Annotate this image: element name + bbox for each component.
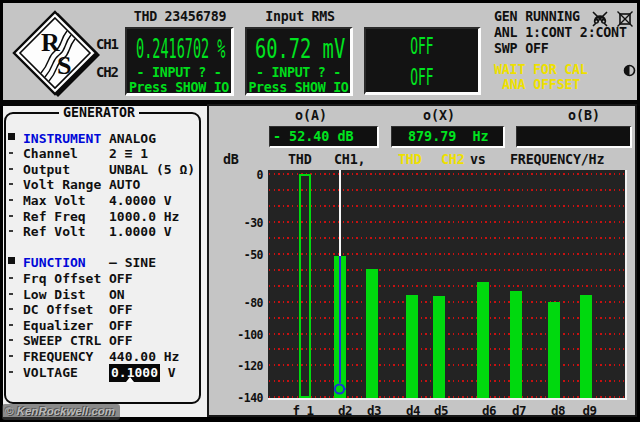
generator-row-ref-volt[interactable]: Ref Volt1.0000 V [0,224,200,240]
ana-offset-warning: ANA OFFSET [502,78,580,91]
bar-d8 [548,302,560,398]
x-tick-d3: d3 [358,403,390,418]
trace2-function-label: THD [398,152,422,167]
parameter-value: 4.0000 V [109,193,172,208]
item-bullet-icon [9,308,13,310]
parameter-value: OFF [109,318,132,333]
parameter-value: AUTO [109,177,140,192]
generator-row-equalizer[interactable]: EqualizerOFF [0,318,200,334]
gridline--120db [269,364,624,366]
parameter-label: INSTRUMENT [23,131,101,146]
gridline-0db [269,173,624,175]
generator-row-output[interactable]: OutputUNBAL (5 Ω) [0,162,200,178]
generator-row-frequency[interactable]: FREQUENCY440.00 Hz [0,349,200,365]
selected-value[interactable]: 0.1000 [109,364,160,382]
parameter-label: Frq Offset [23,271,101,286]
y-axis-unit-label: dB [223,152,239,167]
y-tick--100: -100 [229,328,263,342]
item-bullet-icon [9,371,13,373]
parameter-label: FREQUENCY [23,349,93,364]
instrument-screen: R S CH1 CH2 THD 23456789 0.2416702 % - I… [0,0,640,422]
bargraph-plot-area [268,170,627,400]
parameter-value: ANALOG [109,131,156,146]
gridline--70db [269,285,624,287]
item-bullet-icon [9,183,13,185]
parameter-label: Max Volt [23,193,86,208]
generator-row-dc-offset[interactable]: DC OffsetOFF [0,302,200,318]
wait-for-cal-warning: WAIT FOR CAL [494,63,588,76]
parameter-value: 1000.0 Hz [109,209,179,224]
readout-b-label: o(B) [556,108,612,123]
rms-input-hint: - INPUT ? - [247,65,350,80]
y-tick--120: -120 [229,359,263,373]
readout-x-label: o(X) [411,108,467,123]
generator-row-channel[interactable]: Channel2 ≡ 1 [0,146,200,162]
sweep-status: SWP OFF [494,42,549,55]
gridline--110db [269,348,624,350]
cursor-line-lower[interactable] [339,256,341,383]
generator-row-voltage[interactable]: VOLTAGE0.1000 V [0,365,200,381]
section-bullet-icon [8,257,15,264]
gridline--100db [269,333,624,335]
generator-row-sweep-ctrl[interactable]: SWEEP CTRLOFF [0,333,200,349]
parameter-label: Low Dist [23,287,86,302]
generator-row-max-volt[interactable]: Max Volt4.0000 V [0,193,200,209]
cursor-marker-icon [332,381,348,397]
gridline--90db [269,317,624,319]
parameter-label: FUNCTION [23,255,86,270]
section-bullet-icon [8,133,15,140]
generator-row-instrument[interactable]: INSTRUMENTANALOG [0,131,200,147]
item-bullet-icon [9,152,13,154]
generator-row-low-dist[interactable]: Low DistON [0,287,200,303]
generator-panel-title: GENERATOR [59,106,139,119]
cursor-line-upper[interactable] [339,170,341,256]
x-axis-label: FREQUENCY/Hz [510,152,604,167]
x-tick-d2: d2 [329,403,361,418]
thd-display: 0.2416702 % - INPUT ? - Press SHOW IO [125,27,234,96]
y-tick--30: -30 [229,216,263,230]
gridline--140db [269,396,624,398]
readout-b-value [516,126,632,148]
item-bullet-icon [9,293,13,295]
item-bullet-icon [9,277,13,279]
x-tick-d7: d7 [503,403,535,418]
bar-d5 [433,296,445,398]
parameter-value: UNBAL (5 Ω) [109,162,195,177]
generator-row-function[interactable]: FUNCTION— SINE [0,255,200,271]
gridline--40db [269,237,624,239]
parameter-value[interactable]: 0.1000 V [109,365,176,380]
bar-d9 [580,295,592,398]
item-bullet-icon [9,168,13,170]
rohde-schwarz-logo: R S [10,9,102,101]
y-tick--50: -50 [229,248,263,262]
item-bullet-icon [9,230,13,232]
readout-a-label: o(A) [283,108,339,123]
generator-row-ref-freq[interactable]: Ref Freq1000.0 Hz [0,209,200,225]
watermark: © KenRockwell.com [2,404,120,420]
aux-value-1: OFF [410,33,433,59]
parameter-value: OFF [109,271,132,286]
x-tick-d5: d5 [425,403,457,418]
contrast-icon [623,64,636,77]
analyzer-status: ANL 1:CONT 2:CONT [494,26,627,39]
readout-x-value: 879.79 Hz [391,126,505,148]
generator-status: GEN RUNNING [494,10,580,23]
x-tick-d6: d6 [473,403,505,418]
item-bullet-icon [9,339,13,341]
x-tick-d8: d8 [542,403,574,418]
parameter-label: Volt Range [23,177,101,192]
parameter-label: Output [23,162,70,177]
thd-value: 0.2416702 % [136,33,225,64]
x-tick-d9: d9 [574,403,606,418]
thd-show-io-hint: Press SHOW IO [127,80,231,95]
gridline--80db [269,301,624,303]
aux-display: OFF OFF [364,27,481,95]
parameter-value: OFF [109,302,132,317]
top-status-bar: R S CH1 CH2 THD 23456789 0.2416702 % - I… [3,3,637,100]
y-tick--140: -140 [229,391,263,405]
thd-panel-header: THD 23456789 [125,9,235,24]
gridline--20db [269,205,624,207]
generator-row-frq-offset[interactable]: Frq OffsetOFF [0,271,200,287]
parameter-label: Channel [23,146,78,161]
generator-row-volt-range[interactable]: Volt RangeAUTO [0,177,200,193]
